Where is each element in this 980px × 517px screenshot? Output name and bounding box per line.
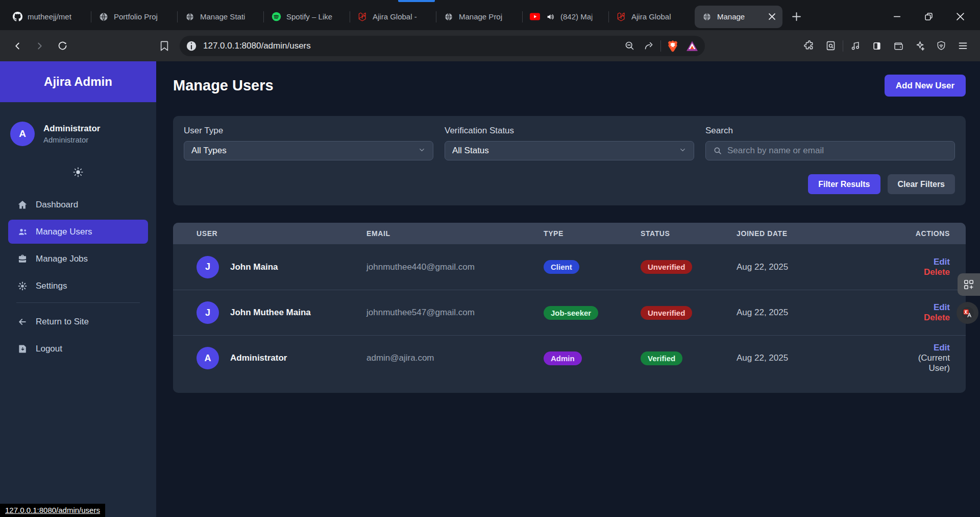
user-avatar: A — [197, 347, 219, 369]
tab-manage-users-active[interactable]: Manage — [695, 6, 782, 28]
user-name: Administrator — [230, 353, 287, 363]
sidebar-item-return-to-site[interactable]: Return to Site — [8, 310, 148, 334]
verification-status-select[interactable]: All Status — [445, 141, 694, 160]
add-new-user-button[interactable]: Add New User — [885, 75, 966, 97]
user-type-value: All Types — [191, 146, 418, 156]
search-field[interactable] — [705, 141, 955, 160]
joined-date: Aug 22, 2025 — [727, 353, 899, 363]
globe-icon — [702, 12, 712, 22]
search-label: Search — [705, 126, 955, 136]
tab-ajira-global-2[interactable]: Ajira Global — [609, 6, 695, 28]
tab-title: Manage Stati — [200, 12, 258, 21]
edit-link[interactable]: Edit — [934, 343, 950, 353]
home-icon — [17, 200, 28, 210]
edit-link[interactable]: Edit — [934, 257, 950, 267]
sidebar-item-manage-jobs[interactable]: Manage Jobs — [8, 247, 148, 271]
theme-toggle-sun-icon[interactable] — [68, 162, 88, 182]
sidebar-divider — [16, 302, 140, 303]
joined-date: Aug 22, 2025 — [727, 308, 899, 318]
sidebar-item-manage-users[interactable]: Manage Users — [8, 220, 148, 244]
reading-list-icon[interactable] — [821, 37, 840, 55]
delete-link[interactable]: Delete — [924, 313, 950, 322]
sidebar-item-settings[interactable]: Settings — [8, 274, 148, 298]
tab-title: Ajira Global - — [373, 12, 431, 21]
edit-link[interactable]: Edit — [934, 302, 950, 312]
wallet-icon[interactable] — [889, 37, 908, 55]
table-row: A Administrator admin@ajira.com Admin Ve… — [173, 335, 966, 381]
zoom-out-icon[interactable] — [622, 38, 637, 54]
user-type-select[interactable]: All Types — [184, 141, 433, 160]
sidebar-item-dashboard[interactable]: Dashboard — [8, 193, 148, 217]
sidebar-item-label: Dashboard — [36, 200, 78, 210]
tab-youtube[interactable]: (842) Maj — [523, 6, 608, 28]
chevron-down-icon — [679, 146, 687, 156]
tab-close-icon[interactable] — [766, 11, 777, 22]
user-email: admin@ajira.com — [357, 353, 534, 363]
user-avatar: J — [197, 301, 219, 324]
site-info-icon[interactable] — [184, 38, 199, 54]
tab-manage-projects[interactable]: Manage Proj — [436, 6, 522, 28]
snip-widget-icon[interactable] — [958, 273, 980, 296]
status-badge: Verified — [641, 351, 682, 365]
sidebar-nav: Dashboard Manage Users Manage Jobs Setti… — [0, 193, 156, 364]
tab-ajira-global-1[interactable]: Ajira Global - — [350, 6, 436, 28]
globe-icon — [185, 12, 195, 22]
clear-filters-button[interactable]: Clear Filters — [888, 174, 955, 194]
extensions-icon[interactable] — [800, 37, 818, 55]
window-minimize-button[interactable] — [881, 6, 913, 28]
audio-playing-icon[interactable] — [545, 12, 555, 22]
vpn-shield-icon[interactable] — [932, 37, 950, 55]
globe-icon — [444, 12, 454, 22]
column-header-joined: JOINED DATE — [727, 229, 899, 238]
tab-title: Manage Proj — [459, 12, 517, 21]
forward-button[interactable] — [31, 37, 49, 55]
window-close-button[interactable] — [944, 6, 976, 28]
admin-sidebar: Ajira Admin A Administrator Administrato… — [0, 61, 156, 517]
tab-spotify[interactable]: Spotify – Like — [264, 6, 350, 28]
side-panel-icon[interactable] — [868, 37, 886, 55]
logout-icon — [17, 344, 28, 354]
filter-results-button[interactable]: Filter Results — [808, 174, 880, 194]
user-name: John Muthee Maina — [230, 308, 311, 318]
tab-manage-stations[interactable]: Manage Stati — [178, 6, 263, 28]
sidebar-item-logout[interactable]: Logout — [8, 337, 148, 361]
column-header-email: EMAIL — [357, 229, 534, 238]
media-control-icon[interactable] — [846, 37, 865, 55]
reload-button[interactable] — [53, 37, 71, 55]
toolbar-separator — [843, 40, 843, 52]
address-bar[interactable]: 127.0.0.1:8080/admin/users — [180, 36, 705, 56]
column-header-type: TYPE — [534, 229, 631, 238]
sidebar-item-label: Settings — [36, 281, 67, 291]
page-title: Manage Users — [173, 77, 274, 94]
url-text[interactable]: 127.0.0.1:8080/admin/users — [203, 41, 618, 51]
new-tab-button[interactable] — [788, 8, 805, 26]
column-header-actions: ACTIONS — [899, 229, 951, 238]
chevron-down-icon — [418, 146, 426, 156]
share-icon[interactable] — [641, 38, 656, 54]
tab-loading-indicator — [398, 0, 435, 2]
briefcase-icon — [17, 254, 28, 264]
menu-icon[interactable] — [953, 37, 972, 55]
delete-link[interactable]: Delete — [924, 267, 950, 277]
table-row: J John Muthee Maina johnmuthee547@gmail.… — [173, 290, 966, 335]
column-header-user: USER — [187, 229, 357, 238]
sidebar-item-label: Logout — [36, 344, 62, 354]
github-icon — [12, 12, 22, 22]
translate-widget-icon[interactable] — [957, 302, 978, 324]
tab-github[interactable]: mutheejj/met — [5, 6, 91, 28]
tab-portfolio[interactable]: Portfolio Proj — [91, 6, 177, 28]
user-email: johnmuthee547@gmail.com — [357, 308, 534, 318]
window-restore-button[interactable] — [913, 6, 944, 28]
type-badge: Client — [544, 260, 579, 274]
bookmarks-icon[interactable] — [155, 37, 174, 55]
brave-shields-icon[interactable] — [665, 38, 680, 54]
back-button[interactable] — [8, 37, 27, 55]
leo-ai-icon[interactable] — [911, 37, 929, 55]
profile-avatar: A — [10, 122, 35, 146]
brave-rewards-bat-icon[interactable] — [684, 38, 700, 54]
gear-icon — [17, 281, 28, 291]
user-email: johnmuthee440@gmail.com — [357, 262, 534, 272]
profile-role: Administrator — [43, 135, 100, 144]
search-input[interactable] — [727, 146, 947, 156]
sidebar-item-label: Manage Jobs — [36, 254, 88, 264]
